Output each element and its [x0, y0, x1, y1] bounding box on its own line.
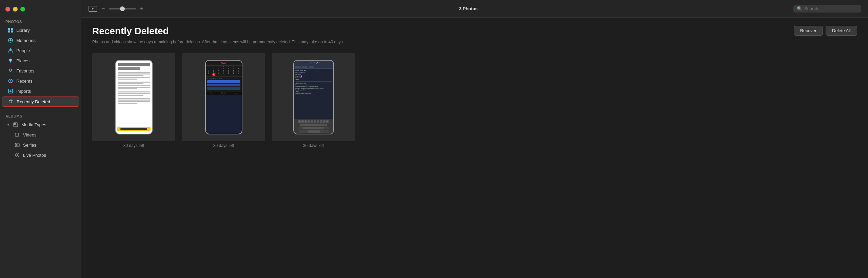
- slideshow-icon[interactable]: [88, 5, 98, 13]
- svg-marker-18: [92, 8, 94, 10]
- svg-rect-1: [11, 28, 13, 30]
- svg-rect-13: [15, 143, 19, 147]
- photo-thumb-inner-2: March S M T W T F S: [182, 53, 265, 141]
- photo-thumb-3: ← Back Test ScriptPad ···: [272, 53, 355, 141]
- search-input[interactable]: [804, 6, 858, 11]
- photo-label-1: 30 days left: [123, 143, 144, 148]
- toolbar-right: 🔍: [793, 5, 861, 13]
- photo-thumb-inner-3: ← Back Test ScriptPad ···: [272, 53, 355, 141]
- svg-point-7: [10, 60, 11, 61]
- selfies-icon: [14, 142, 20, 148]
- sidebar-item-places[interactable]: Places: [2, 56, 79, 65]
- videos-icon: [14, 132, 20, 138]
- svg-point-16: [17, 154, 18, 156]
- sidebar-item-videos-label: Videos: [23, 132, 37, 137]
- content-area: Recover Delete All Recently Deleted Phot…: [81, 18, 868, 278]
- sidebar-item-library-label: Library: [16, 28, 30, 33]
- photo-grid: 30 days left March: [92, 53, 857, 148]
- toolbar-title: 3 Photos: [147, 6, 789, 11]
- photo-item-2[interactable]: March S M T W T F S: [182, 53, 265, 148]
- photo-label-3: 30 days left: [303, 143, 324, 148]
- phone-screenshot-2: March S M T W T F S: [205, 60, 242, 134]
- content-wrapper: Recover Delete All Recently Deleted Phot…: [92, 26, 857, 148]
- sidebar-item-favorites[interactable]: Favorites: [2, 66, 79, 76]
- sidebar-item-recents[interactable]: Recents: [2, 76, 79, 86]
- svg-point-6: [9, 48, 12, 50]
- sidebar-divider: [4, 109, 77, 109]
- sidebar-item-media-types[interactable]: ▾ Media Types: [2, 120, 79, 129]
- sidebar-item-media-types-label: Media Types: [21, 122, 46, 127]
- search-icon: 🔍: [797, 6, 802, 11]
- sidebar-item-people-label: People: [16, 48, 30, 53]
- sidebar-item-recently-deleted-label: Recently Deleted: [17, 99, 50, 104]
- sidebar-section-photos-label: Photos: [0, 17, 81, 25]
- recents-icon: [7, 78, 14, 84]
- close-button[interactable]: [5, 7, 10, 12]
- svg-rect-3: [11, 30, 13, 33]
- sidebar-item-favorites-label: Favorites: [16, 68, 34, 73]
- sidebar-item-library[interactable]: Library: [2, 25, 79, 35]
- sidebar-item-recents-label: Recents: [16, 79, 33, 84]
- sidebar-item-selfies[interactable]: Selfies: [2, 140, 79, 150]
- sidebar-item-memories[interactable]: Memories: [2, 36, 79, 45]
- sidebar-item-imports[interactable]: Imports: [2, 86, 79, 96]
- photo-thumb-2: March S M T W T F S: [182, 53, 265, 141]
- zoom-slider[interactable]: [109, 8, 136, 9]
- sidebar-section-albums-label: Albums: [0, 111, 81, 120]
- fullscreen-button[interactable]: [20, 7, 25, 12]
- imports-icon: [7, 88, 14, 94]
- delete-all-button[interactable]: Delete All: [826, 26, 857, 36]
- sidebar-item-imports-label: Imports: [16, 89, 31, 94]
- svg-point-5: [9, 39, 12, 41]
- photo-label-2: 30 days left: [213, 143, 234, 148]
- zoom-slider-container: [109, 8, 136, 9]
- zoom-plus-button[interactable]: +: [140, 6, 143, 12]
- window-controls: [0, 4, 81, 17]
- media-types-icon: [13, 122, 19, 128]
- action-buttons: Recover Delete All: [794, 26, 857, 36]
- phone-screenshot-3: ← Back Test ScriptPad ···: [293, 60, 334, 134]
- svg-rect-0: [8, 28, 10, 30]
- zoom-slider-thumb: [120, 6, 125, 11]
- photo-thumb-1: [92, 53, 175, 141]
- favorites-icon: [7, 68, 14, 74]
- trash-icon: [8, 99, 14, 105]
- sidebar-item-selfies-label: Selfies: [23, 143, 36, 148]
- photo-item-1[interactable]: 30 days left: [92, 53, 175, 148]
- places-icon: [7, 58, 14, 64]
- chevron-icon: ▾: [7, 123, 9, 127]
- sidebar-item-memories-label: Memories: [16, 38, 36, 43]
- svg-rect-11: [14, 123, 16, 125]
- svg-rect-12: [15, 133, 19, 136]
- sidebar-item-videos[interactable]: Videos: [2, 130, 79, 140]
- sidebar: Photos Library Memories Pe: [0, 0, 81, 278]
- svg-point-14: [17, 144, 18, 146]
- page-title: Recently Deleted: [92, 26, 857, 37]
- sidebar-item-recently-deleted[interactable]: Recently Deleted: [2, 97, 79, 107]
- live-photos-icon: [14, 152, 20, 158]
- svg-rect-10: [14, 123, 18, 127]
- toolbar: − + 3 Photos 🔍: [81, 0, 868, 18]
- memories-icon: [7, 37, 14, 43]
- sidebar-item-places-label: Places: [16, 58, 29, 63]
- phone-screenshot-1: [115, 60, 153, 134]
- photo-thumb-inner-1: [92, 53, 175, 141]
- photo-item-3[interactable]: ← Back Test ScriptPad ···: [272, 53, 355, 148]
- sidebar-item-people[interactable]: People: [2, 46, 79, 55]
- library-icon: [7, 27, 14, 33]
- minimize-button[interactable]: [13, 7, 18, 12]
- people-icon: [7, 47, 14, 54]
- search-box[interactable]: 🔍: [793, 5, 861, 13]
- main-content: − + 3 Photos 🔍 Recover Delete All Recent…: [81, 0, 868, 278]
- zoom-minus-button[interactable]: −: [102, 6, 105, 12]
- recover-button[interactable]: Recover: [794, 26, 823, 36]
- svg-rect-2: [8, 30, 10, 33]
- page-subtitle: Photos and videos show the days remainin…: [92, 39, 397, 45]
- sidebar-item-live-photos[interactable]: Live Photos: [2, 150, 79, 160]
- sidebar-item-live-photos-label: Live Photos: [23, 153, 46, 158]
